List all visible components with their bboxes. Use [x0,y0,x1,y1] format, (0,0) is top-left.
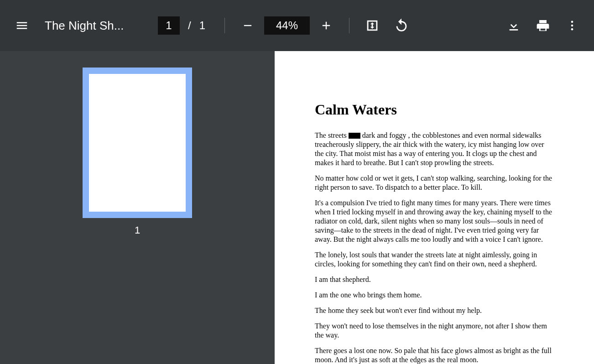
page-number-input[interactable] [158,16,180,35]
paragraph: The lonely, lost souls that wander the s… [315,250,553,269]
paragraph: I am that shepherd. [315,275,553,284]
menu-icon[interactable] [9,13,35,38]
toolbar: The Night Sh... / 1 [0,0,594,51]
total-pages: 1 [199,19,214,32]
download-button[interactable] [501,13,526,38]
paragraph: No matter how cold or wet it gets, I can… [315,174,553,192]
redaction-mark [349,133,360,139]
paragraph: The streets dark and foggy , the cobbles… [315,131,553,167]
svg-point-1 [571,25,573,27]
thumbnail-label: 1 [0,224,275,236]
thumbnail-sidebar[interactable]: 1 [0,51,275,364]
svg-point-2 [571,28,573,31]
zoom-out-button[interactable] [235,13,261,38]
zoom-in-button[interactable] [313,13,339,38]
paragraph: There goes a lost one now. So pale that … [315,346,553,364]
svg-point-0 [571,21,573,23]
fit-page-button[interactable] [360,13,385,38]
zoom-input[interactable] [264,16,310,35]
separator [224,18,225,33]
more-options-button[interactable] [559,13,585,38]
paragraph: The home they seek but won't ever find w… [315,306,553,315]
page-viewport[interactable]: Calm Waters The streets dark and foggy ,… [275,51,594,364]
separator [349,18,349,33]
page-thumbnail[interactable] [83,68,192,218]
paragraph: They won't need to lose themselves in th… [315,322,553,340]
document-title: The Night Sh... [45,19,136,33]
page-content: Calm Waters The streets dark and foggy ,… [275,51,594,364]
rotate-button[interactable] [389,13,414,38]
paragraph: It's a compulsion I've tried to fight ma… [315,198,553,244]
doc-heading: Calm Waters [315,101,553,118]
paragraph: I am the one who brings them home. [315,291,553,300]
main-area: 1 Calm Waters The streets dark and foggy… [0,51,594,364]
print-button[interactable] [530,13,556,38]
page-separator: / [183,19,196,32]
